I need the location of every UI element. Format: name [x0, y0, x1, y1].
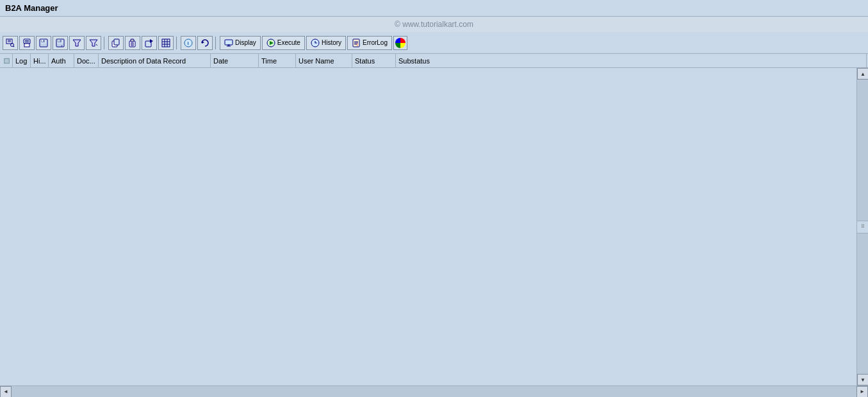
svg-rect-11 [42, 40, 43, 42]
scroll-right-button[interactable]: ► [856, 386, 868, 398]
history-button[interactable]: History [306, 36, 346, 50]
globe-button[interactable] [393, 36, 407, 50]
print-button[interactable] [19, 36, 35, 50]
paste-button[interactable] [125, 36, 140, 50]
errorlog-button[interactable]: ! ErrorLog [347, 36, 392, 50]
resize-handle[interactable]: ⠿ [857, 221, 868, 233]
display-label: Display [235, 39, 256, 46]
col-header-substatus: Substatus [396, 54, 867, 67]
svg-line-4 [13, 46, 14, 47]
svg-rect-8 [25, 42, 29, 42]
toolbar-separator-1 [104, 37, 106, 49]
svg-marker-18 [73, 40, 81, 46]
app-title: B2A Manager [5, 3, 58, 13]
svg-rect-50 [4, 58, 10, 63]
scroll-track[interactable] [857, 80, 868, 221]
col-header-log: Log [13, 54, 31, 67]
scroll-down-button[interactable]: ▼ [857, 374, 868, 385]
vertical-scrollbar[interactable]: ▲ ⠿ ▼ [856, 68, 868, 385]
display-button[interactable]: Display [220, 36, 261, 50]
watermark-bar: © www.tutorialkart.com [0, 17, 868, 32]
col-header-auth: Auth [49, 54, 74, 67]
scroll-left-button[interactable]: ◄ [0, 386, 12, 398]
svg-rect-7 [25, 40, 29, 41]
svg-text:+: + [61, 44, 63, 47]
col-header-doc: Doc... [74, 54, 99, 67]
svg-rect-22 [114, 39, 119, 45]
svg-rect-6 [24, 44, 29, 47]
globe-icon [395, 38, 405, 48]
info-button[interactable]: i [181, 36, 196, 50]
copy-button[interactable] [108, 36, 124, 50]
horizontal-scrollbar[interactable]: ◄ ► [0, 385, 868, 397]
save-button[interactable] [36, 36, 51, 50]
filter2-button[interactable] [86, 36, 101, 50]
execute-label: Execute [277, 39, 300, 46]
refresh-button[interactable] [197, 36, 213, 50]
svg-marker-37 [202, 41, 204, 44]
data-table-area [0, 68, 856, 385]
execute-button[interactable]: Execute [262, 36, 305, 50]
svg-rect-15 [58, 40, 60, 42]
toolbar: + [0, 32, 868, 54]
scroll-up-button[interactable]: ▲ [857, 68, 868, 80]
execute-icon [266, 38, 275, 47]
title-bar: B2A Manager [0, 0, 868, 17]
col-header-time: Time [259, 54, 296, 67]
export-button[interactable] [142, 36, 157, 50]
toolbar-separator-3 [215, 37, 217, 49]
svg-rect-30 [162, 39, 170, 47]
scroll-track-bottom[interactable] [857, 233, 868, 375]
filter-button[interactable] [69, 36, 85, 50]
svg-line-20 [96, 44, 97, 46]
history-icon [311, 38, 320, 47]
col-header-icon [1, 54, 13, 67]
svg-rect-24 [131, 39, 134, 42]
grid-button[interactable] [158, 36, 174, 50]
display-icon [224, 38, 233, 47]
svg-marker-19 [90, 40, 97, 46]
col-header-user: User Name [296, 54, 352, 67]
svg-rect-12 [40, 44, 47, 46]
column-headers: Log Hi... Auth Doc... Description of Dat… [0, 54, 868, 68]
col-header-hi: Hi... [31, 54, 49, 67]
col-header-date: Date [211, 54, 259, 67]
errorlog-icon: ! [352, 38, 361, 47]
watermark-text: © www.tutorialkart.com [395, 20, 473, 29]
svg-rect-38 [225, 40, 233, 45]
svg-rect-5 [24, 39, 30, 44]
svg-text:i: i [188, 40, 189, 46]
col-header-status: Status [352, 54, 396, 67]
horizontal-scroll-track[interactable] [12, 386, 856, 397]
history-label: History [322, 39, 341, 46]
col-header-desc: Description of Data Record [99, 54, 211, 67]
save2-button[interactable]: + [53, 36, 68, 50]
find-button[interactable] [3, 36, 18, 50]
errorlog-label: ErrorLog [363, 39, 388, 46]
toolbar-separator-2 [176, 37, 178, 49]
